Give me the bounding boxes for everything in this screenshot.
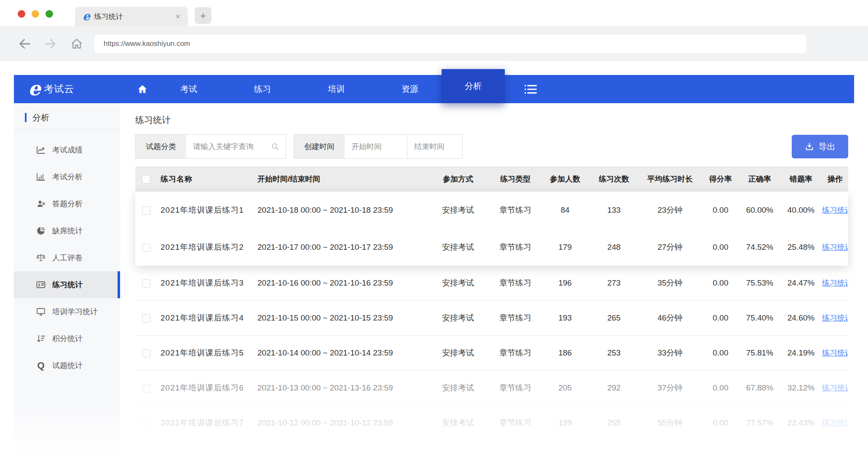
exercise-time-range: 2021-10-16 00:00 ~ 2021-10-16 23:59: [257, 278, 426, 288]
forward-icon[interactable]: [43, 37, 57, 51]
participants-count: 196: [541, 278, 589, 288]
sidebar-item-exam-analysis[interactable]: 考试分析: [14, 163, 120, 190]
col-practice-count: 练习次数: [589, 174, 638, 184]
minimize-window-button[interactable]: [32, 10, 39, 18]
nav-item-practice[interactable]: 练习: [246, 75, 279, 103]
practice-count: 133: [589, 206, 638, 215]
category-filter-label: 试题分类: [136, 135, 186, 158]
row-action-link[interactable]: 练习统计: [822, 349, 848, 357]
sidebar-item-label: 积分统计: [52, 334, 83, 344]
sidebar-item-label: 练习统计: [52, 280, 83, 290]
table-row: 2021年培训课后练习2 2021-10-17 00:00 ~ 2021-10-…: [135, 229, 848, 266]
browser-addressbar: [0, 26, 868, 61]
row-checkbox[interactable]: [142, 279, 150, 288]
new-tab-button[interactable]: +: [195, 7, 212, 24]
row-checkbox[interactable]: [142, 243, 150, 252]
row-action-link[interactable]: 练习统计: [822, 243, 848, 251]
sort-desc-icon: [36, 334, 46, 344]
col-participants: 参加人数: [541, 174, 589, 184]
exercise-type: 章节练习: [490, 382, 541, 393]
nav-home-icon[interactable]: [137, 75, 148, 103]
pie-chart-icon: [36, 226, 46, 236]
row-checkbox[interactable]: [142, 349, 150, 358]
row-action-link[interactable]: 练习统计: [822, 384, 848, 392]
exercise-time-range: 2021-10-12 00:00 ~ 2021-10-12 23:59: [257, 418, 426, 428]
sidebar-item-label: 考试成绩: [52, 145, 83, 155]
avg-duration: 46分钟: [638, 313, 702, 323]
wrong-rate: 24.47%: [780, 278, 822, 288]
row-checkbox[interactable]: [142, 384, 150, 393]
close-window-button[interactable]: [18, 10, 25, 18]
wrong-rate: 22.43%: [780, 418, 822, 428]
start-time-input[interactable]: [345, 135, 407, 158]
tab-close-icon[interactable]: ×: [175, 12, 180, 21]
row-checkbox[interactable]: [142, 206, 150, 215]
category-filter-group: 试题分类: [135, 134, 286, 159]
sidebar-item-absence-stats[interactable]: 缺席统计: [14, 217, 120, 244]
end-time-input[interactable]: [407, 135, 462, 158]
exercise-name: 2021年培训课后练习6: [157, 382, 257, 393]
tab-title: 练习统计: [94, 12, 123, 21]
join-mode: 安排考试: [426, 313, 490, 323]
back-icon[interactable]: [18, 37, 32, 51]
sidebar-divider: [14, 129, 120, 130]
site-favicon-icon: e: [83, 11, 90, 22]
row-checkbox[interactable]: [142, 314, 150, 323]
join-mode: 安排考试: [426, 382, 490, 393]
browser-tab[interactable]: e 练习统计 ×: [75, 7, 188, 26]
search-icon[interactable]: [271, 142, 280, 151]
avg-duration: 23分钟: [638, 205, 702, 216]
table-rows-body: 2021年培训课后练习3 2021-10-16 00:00 ~ 2021-10-…: [135, 266, 848, 441]
score-rate: 0.00: [702, 206, 739, 215]
exercise-type: 章节练习: [490, 313, 541, 323]
url-input[interactable]: [94, 40, 806, 48]
export-button-label: 导出: [819, 141, 836, 152]
participants-count: 179: [541, 243, 589, 252]
sidebar: 分析 考试成绩 考试分析: [14, 103, 120, 457]
scale-icon: [36, 253, 46, 263]
row-action-link[interactable]: 练习统计: [822, 206, 848, 214]
home-icon[interactable]: [70, 37, 83, 51]
row-action-link[interactable]: 练习统计: [822, 279, 848, 287]
exercise-type: 章节练习: [490, 417, 541, 428]
table-header-row: 练习名称 开始时间/结束时间 参加方式 练习类型 参加人数 练习次数 平均练习时…: [135, 166, 848, 192]
select-all-checkbox[interactable]: [142, 175, 150, 184]
sidebar-item-training-study-stats[interactable]: 培训学习统计: [14, 298, 120, 325]
col-exercise-type: 练习类型: [490, 174, 541, 184]
correct-rate: 77.57%: [739, 418, 780, 428]
col-avg-duration: 平均练习时长: [638, 174, 702, 184]
nav-item-training[interactable]: 培训: [319, 75, 353, 103]
maximize-window-button[interactable]: [46, 10, 53, 18]
col-wrong-rate: 错题率: [780, 174, 822, 184]
nav-item-exam[interactable]: 考试: [172, 75, 206, 103]
avg-duration: 35分钟: [638, 278, 702, 289]
sidebar-item-exam-scores[interactable]: 考试成绩: [14, 136, 120, 163]
brand-logo[interactable]: e 考试云: [28, 75, 74, 103]
sidebar-item-question-stats[interactable]: Q 试题统计: [14, 352, 120, 379]
row-action-link[interactable]: 练习统计: [822, 314, 848, 322]
col-correct-rate: 正确率: [739, 174, 780, 184]
sidebar-title-text: 分析: [32, 112, 49, 123]
nav-menu-list-icon[interactable]: [524, 75, 537, 103]
row-action-link[interactable]: 练习统计: [822, 419, 848, 427]
sidebar-item-answer-analysis[interactable]: 答题分析: [14, 190, 120, 217]
sidebar-item-practice-stats[interactable]: 练习统计: [14, 271, 120, 298]
export-button[interactable]: 导出: [792, 135, 848, 158]
exercise-name: 2021年培训课后练习2: [157, 242, 257, 253]
avg-duration: 33分钟: [638, 347, 702, 358]
row-checkbox[interactable]: [142, 419, 150, 428]
avg-duration: 27分钟: [638, 242, 702, 253]
sidebar-item-manual-grading[interactable]: 人工评卷: [14, 244, 120, 271]
participants-count: 84: [541, 206, 589, 215]
table-row: 2021年培训课后练习5 2021-10-14 00:00 ~ 2021-10-…: [135, 336, 848, 371]
practice-count: 265: [589, 313, 638, 323]
nav-item-resource[interactable]: 资源: [393, 75, 427, 103]
wrong-rate: 40.00%: [780, 206, 822, 215]
sidebar-item-points-stats[interactable]: 积分统计: [14, 325, 120, 352]
create-time-filter-group: 创建时间: [294, 134, 463, 159]
correct-rate: 74.52%: [739, 243, 780, 252]
correct-rate: 60.00%: [739, 206, 780, 215]
correct-rate: 75.40%: [739, 313, 780, 323]
nav-item-analysis-active[interactable]: 分析: [442, 69, 505, 103]
url-bar: [94, 35, 806, 53]
